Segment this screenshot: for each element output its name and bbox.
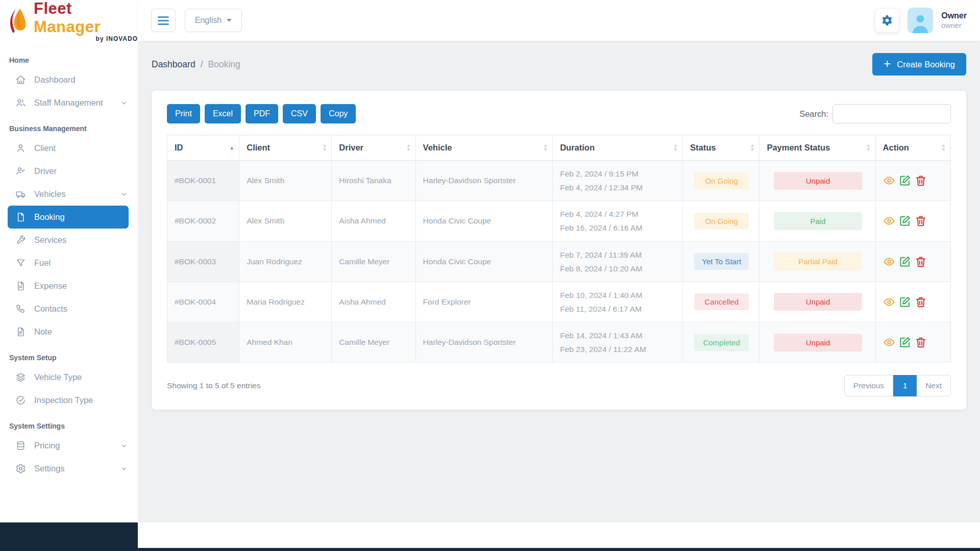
brand-word-manager: Manager: [34, 18, 101, 36]
create-booking-button[interactable]: + Create Booking: [872, 53, 966, 76]
sort-icon: ▲▼: [941, 143, 946, 152]
delete-icon[interactable]: [915, 174, 927, 187]
layers-icon: [15, 372, 26, 383]
csv-button[interactable]: CSV: [283, 104, 316, 123]
user-avatar[interactable]: [908, 8, 933, 33]
user-check-icon: [15, 166, 26, 177]
booking-table-card: Print Excel PDF CSV Copy Search:: [152, 91, 966, 410]
user-role: owner: [941, 21, 967, 30]
database-icon: [15, 440, 26, 451]
delete-icon[interactable]: [915, 296, 927, 308]
excel-button[interactable]: Excel: [205, 104, 241, 123]
cell-duration: Feb 2, 2024 / 9:15 PM Feb 4, 2024 / 12:3…: [553, 161, 683, 201]
status-badge: Yet To Start: [694, 253, 749, 270]
sidebar-item-label: Fuel: [34, 258, 51, 268]
sidebar-item-staff-management[interactable]: Staff Management: [0, 91, 138, 114]
delete-icon[interactable]: [915, 215, 927, 227]
sidebar-item-settings[interactable]: Settings: [0, 457, 138, 480]
breadcrumb-dashboard-link[interactable]: Dashboard: [152, 59, 195, 70]
table-row: #BOK-0002 Alex Smith Aisha Ahmed Honda C…: [167, 201, 951, 241]
nav-section-system-setup: System Setup: [0, 343, 138, 366]
page-1-button[interactable]: 1: [893, 375, 917, 396]
sidebar-item-contacts[interactable]: Contacts: [0, 297, 138, 320]
cell-duration: Feb 10, 2024 / 1:40 AM Feb 11, 2024 / 6:…: [553, 282, 683, 322]
view-icon[interactable]: [883, 336, 895, 348]
note-icon: [15, 327, 26, 337]
create-booking-label: Create Booking: [897, 60, 955, 69]
sidebar-item-vehicles[interactable]: Vehicles: [0, 183, 138, 206]
menu-toggle-button[interactable]: [151, 9, 176, 32]
sidebar-item-label: Note: [34, 327, 52, 337]
view-icon[interactable]: [883, 215, 895, 227]
cell-id: #BOK-0001: [167, 161, 239, 201]
page-head: Dashboard / Booking + Create Booking: [152, 53, 966, 76]
delete-icon[interactable]: [915, 256, 927, 268]
copy-button[interactable]: Copy: [321, 104, 356, 123]
column-header-id[interactable]: ID▲: [167, 135, 239, 161]
language-select[interactable]: English: [185, 9, 242, 32]
table-row: #BOK-0003 Juan Rodriguez Camille Meyer H…: [167, 241, 951, 282]
previous-page-button[interactable]: Previous: [844, 375, 893, 396]
view-icon[interactable]: [883, 296, 895, 308]
cell-vehicle: Ford Explorer: [415, 282, 553, 322]
sidebar-item-expense[interactable]: Expense: [0, 274, 138, 297]
edit-icon[interactable]: [899, 174, 911, 187]
sidebar-nav: Home Dashboard Staff Management Business…: [0, 42, 138, 490]
edit-icon[interactable]: [899, 296, 911, 308]
sidebar-item-label: Pricing: [34, 441, 60, 450]
column-header-duration[interactable]: Duration▲▼: [553, 135, 683, 161]
nav-section-home: Home: [0, 46, 138, 68]
column-header-payment-status[interactable]: Payment Status▲▼: [760, 135, 875, 161]
edit-icon[interactable]: [899, 336, 911, 348]
pdf-button[interactable]: PDF: [246, 104, 278, 123]
chevron-down-icon: [120, 191, 128, 198]
sidebar-item-vehicle-type[interactable]: Vehicle Type: [0, 366, 138, 389]
brand-logo[interactable]: Fleet Manager by INOVADO: [0, 0, 138, 42]
delete-icon[interactable]: [915, 336, 927, 348]
topbar-right: Owner owner: [875, 8, 967, 33]
nav-section-system-settings: System Settings: [0, 412, 138, 434]
cell-driver: Camille Meyer: [332, 241, 415, 282]
sidebar-item-services[interactable]: Services: [0, 229, 138, 252]
payment-status-badge: Unpaid: [774, 172, 862, 190]
check-circle-icon: [15, 395, 26, 406]
app-root: Fleet Manager by INOVADO Home Dashboard …: [0, 0, 980, 551]
cell-status: Yet To Start: [682, 241, 759, 282]
sidebar-item-driver[interactable]: Driver: [0, 160, 138, 183]
view-icon[interactable]: [883, 256, 895, 268]
edit-icon[interactable]: [899, 215, 911, 227]
column-header-status[interactable]: Status▲▼: [682, 135, 759, 161]
column-header-client[interactable]: Client▲▼: [239, 135, 332, 161]
sidebar-item-note[interactable]: Note: [0, 320, 138, 343]
column-header-vehicle[interactable]: Vehicle▲▼: [415, 135, 553, 161]
print-button[interactable]: Print: [167, 104, 200, 123]
cell-client: Juan Rodriguez: [239, 241, 332, 282]
sidebar: Fleet Manager by INOVADO Home Dashboard …: [0, 0, 138, 522]
status-badge: Cancelled: [694, 293, 749, 310]
user-meta[interactable]: Owner owner: [941, 11, 967, 30]
breadcrumb: Dashboard / Booking: [152, 59, 240, 70]
payment-status-badge: Unpaid: [774, 334, 862, 352]
column-header-driver[interactable]: Driver▲▼: [332, 135, 415, 161]
sidebar-item-fuel[interactable]: Fuel: [0, 252, 138, 274]
user-name: Owner: [941, 11, 967, 21]
sidebar-item-booking[interactable]: Booking: [8, 206, 129, 229]
sidebar-item-client[interactable]: Client: [0, 137, 138, 160]
view-icon[interactable]: [883, 174, 895, 187]
sidebar-item-inspection-type[interactable]: Inspection Type: [0, 389, 138, 412]
cell-driver: Aisha Ahmed: [332, 282, 415, 322]
datatable-footer: Showing 1 to 5 of 5 entries Previous 1 N…: [167, 375, 951, 396]
sidebar-item-pricing[interactable]: Pricing: [0, 434, 138, 457]
page-footer: [138, 522, 980, 548]
file-text-icon: [15, 281, 26, 291]
column-header-action[interactable]: Action▲▼: [875, 135, 950, 161]
cell-vehicle: Harley-Davidson Sportster: [415, 161, 553, 201]
search-input[interactable]: [832, 104, 951, 123]
brand-byline: by INOVADO: [34, 35, 138, 42]
settings-gear-button[interactable]: [875, 8, 899, 33]
next-page-button[interactable]: Next: [917, 375, 951, 396]
edit-icon[interactable]: [899, 256, 911, 268]
cell-status: On Going: [682, 201, 759, 241]
pagination: Previous 1 Next: [844, 375, 951, 396]
sidebar-item-dashboard[interactable]: Dashboard: [0, 68, 138, 91]
